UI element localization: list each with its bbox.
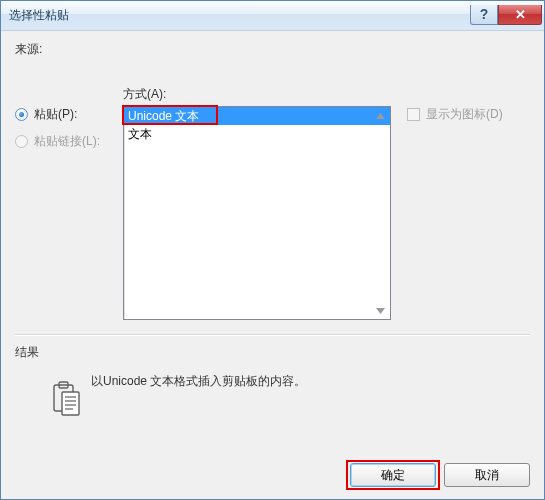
help-button[interactable]: ? <box>470 5 498 25</box>
cancel-button[interactable]: 取消 <box>444 463 530 487</box>
display-as-icon-checkbox: 显示为图标(D) <box>407 106 503 123</box>
list-item[interactable]: Unicode 文本 <box>124 107 390 125</box>
radio-icon <box>15 108 28 121</box>
radio-icon <box>15 135 28 148</box>
radio-paste-link: 粘贴链接(L): <box>15 133 119 150</box>
paste-special-dialog: 选择性粘贴 ? ✕ 来源: 粘贴(P): 粘贴链接(L): 方式(A): <box>0 0 545 500</box>
result-label: 结果 <box>15 344 530 361</box>
checkbox-icon <box>407 108 420 121</box>
scroll-down-icon[interactable] <box>374 304 387 317</box>
window-title: 选择性粘贴 <box>9 7 470 24</box>
titlebar: 选择性粘贴 ? ✕ <box>1 1 544 31</box>
scroll-up-icon[interactable] <box>374 109 387 122</box>
svg-rect-2 <box>62 392 79 415</box>
close-button[interactable]: ✕ <box>498 5 542 25</box>
source-label: 来源: <box>15 41 530 58</box>
clipboard-icon <box>51 381 83 419</box>
divider <box>15 334 530 336</box>
result-description: 以Unicode 文本格式插入剪贴板的内容。 <box>89 371 306 390</box>
radio-paste-link-label: 粘贴链接(L): <box>34 133 100 150</box>
format-listbox[interactable]: Unicode 文本 文本 <box>123 106 391 320</box>
method-label: 方式(A): <box>123 86 391 103</box>
display-as-icon-label: 显示为图标(D) <box>426 106 503 123</box>
radio-paste-label: 粘贴(P): <box>34 106 77 123</box>
ok-button[interactable]: 确定 <box>350 463 436 487</box>
list-item[interactable]: 文本 <box>124 125 390 143</box>
radio-paste[interactable]: 粘贴(P): <box>15 106 119 123</box>
